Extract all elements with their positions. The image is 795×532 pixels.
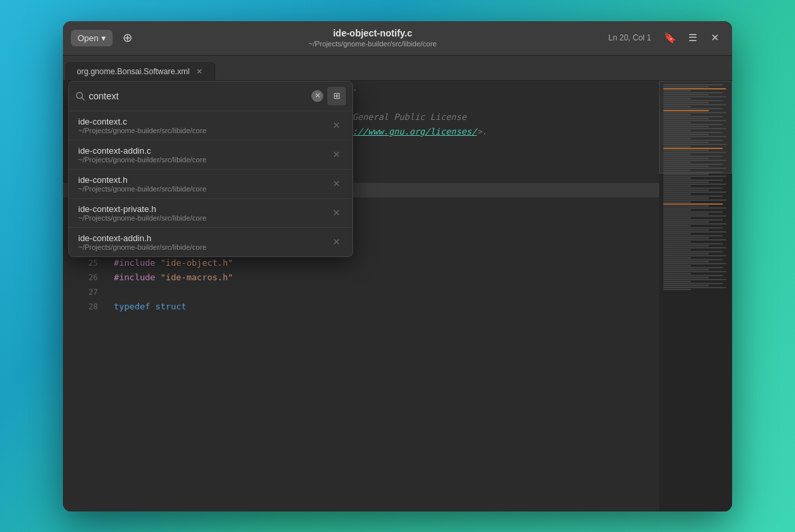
mm-line — [663, 156, 723, 157]
mm-line — [663, 187, 723, 189]
line-content: #include "ide-macros.h" — [109, 270, 659, 285]
mm-line — [663, 162, 691, 163]
mm-line — [663, 128, 726, 129]
close-icon: ✕ — [711, 32, 719, 44]
result-text: ide-context-private.h ~/Projects/gnome-b… — [78, 204, 325, 222]
titlebar: Open ▾ ⊕ ide-object-notify.c ~/Projects/… — [63, 21, 732, 56]
mm-line — [663, 217, 691, 219]
mm-line — [663, 164, 723, 165]
menu-button[interactable]: ☰ — [683, 28, 702, 47]
mm-line — [663, 275, 723, 276]
result-name: ide-context-addin.h — [78, 233, 325, 243]
mm-line — [663, 84, 723, 85]
search-filter-button[interactable]: ⊞ — [327, 87, 346, 105]
result-remove-button[interactable]: ✕ — [330, 206, 343, 219]
filter-icon: ⊞ — [333, 91, 341, 101]
mm-line — [663, 199, 726, 201]
new-tab-button[interactable]: ⊕ — [119, 28, 137, 47]
mm-line — [663, 98, 691, 99]
tab-xml[interactable]: org.gnome.Bonsai.Software.xml ✕ — [66, 62, 215, 80]
mm-line — [663, 219, 723, 221]
main-window: Open ▾ ⊕ ide-object-notify.c ~/Projects/… — [63, 21, 732, 511]
mm-line — [663, 118, 709, 119]
mm-line — [663, 186, 691, 187]
line-number: 28 — [63, 299, 109, 314]
mm-line — [663, 203, 723, 205]
minimap[interactable] — [659, 81, 732, 511]
list-item[interactable]: ide-context.h ~/Projects/gnome-builder/s… — [69, 170, 352, 199]
mm-line — [663, 287, 726, 288]
result-remove-button[interactable]: ✕ — [330, 235, 343, 248]
mm-line — [663, 231, 726, 233]
list-item[interactable]: ide-context.c ~/Projects/gnome-builder/s… — [69, 111, 352, 140]
mm-line — [663, 184, 726, 185]
search-input[interactable] — [89, 91, 307, 101]
tab-close-button[interactable]: ✕ — [195, 67, 204, 76]
mm-line — [663, 100, 723, 101]
list-item[interactable]: ide-context-addin.h ~/Projects/gnome-bui… — [69, 228, 352, 256]
mm-line — [663, 86, 709, 87]
mm-line — [663, 144, 726, 145]
mm-line — [663, 193, 691, 195]
mm-line — [663, 241, 691, 242]
mm-line — [663, 213, 709, 215]
mm-line — [663, 245, 709, 246]
list-item[interactable]: ide-context-addin.c ~/Projects/gnome-bui… — [69, 140, 352, 170]
url-link: http://www.gnu.org/licenses/ — [332, 127, 477, 136]
mm-line — [663, 88, 726, 89]
result-remove-button[interactable]: ✕ — [330, 177, 343, 190]
result-remove-button[interactable]: ✕ — [330, 148, 343, 161]
mm-line — [663, 150, 709, 151]
mm-line — [663, 160, 726, 161]
mm-line — [663, 251, 723, 252]
mm-line — [663, 221, 709, 223]
mm-line — [663, 277, 709, 278]
mm-line — [663, 205, 709, 207]
mm-line — [663, 197, 709, 199]
line-number: 26 — [63, 270, 109, 285]
mm-line — [663, 285, 709, 286]
mm-line — [663, 102, 709, 103]
cursor-position: Ln 20, Col 1 — [608, 33, 651, 42]
line-content: #include "ide-object.h" — [109, 256, 659, 270]
mm-line — [663, 120, 726, 121]
result-path: ~/Projects/gnome-builder/src/libide/core — [78, 243, 325, 251]
mm-line — [663, 257, 691, 258]
line-number: 25 — [63, 256, 109, 270]
tab-label: org.gnome.Bonsai.Software.xml — [77, 67, 189, 76]
result-path: ~/Projects/gnome-builder/src/libide/core — [78, 156, 325, 164]
result-text: ide-context-addin.h ~/Projects/gnome-bui… — [78, 233, 325, 251]
mm-line — [663, 195, 723, 197]
mm-line — [663, 207, 726, 209]
search-box: ✕ ⊞ — [69, 81, 352, 111]
mm-line — [663, 108, 723, 109]
mm-line — [663, 271, 726, 272]
file-path: ~/Projects/gnome-builder/src/libide/core — [309, 39, 437, 48]
bookmark-icon: 🔖 — [664, 32, 676, 44]
mm-line — [663, 178, 691, 179]
result-name: ide-context.h — [78, 175, 325, 185]
search-clear-button[interactable]: ✕ — [311, 90, 323, 102]
mm-line — [663, 104, 726, 105]
mm-line — [663, 225, 691, 227]
mm-line — [663, 158, 709, 159]
search-icon — [76, 91, 85, 101]
open-button[interactable]: Open ▾ — [71, 30, 113, 46]
mm-line — [663, 94, 709, 95]
mm-line — [663, 180, 723, 181]
mm-line — [663, 243, 723, 244]
mm-line — [663, 90, 691, 91]
mm-line — [663, 281, 691, 282]
mm-line — [663, 126, 709, 127]
mm-line — [663, 146, 691, 147]
mm-line — [663, 233, 691, 235]
mm-line — [663, 134, 709, 135]
result-remove-button[interactable]: ✕ — [330, 119, 343, 132]
bookmark-button[interactable]: 🔖 — [661, 28, 679, 47]
close-button[interactable]: ✕ — [706, 28, 724, 47]
mm-line — [663, 110, 709, 111]
mm-line — [663, 130, 691, 131]
file-title: ide-object-notify.c — [333, 27, 413, 39]
list-item[interactable]: ide-context-private.h ~/Projects/gnome-b… — [69, 199, 352, 228]
mm-line — [663, 235, 723, 237]
